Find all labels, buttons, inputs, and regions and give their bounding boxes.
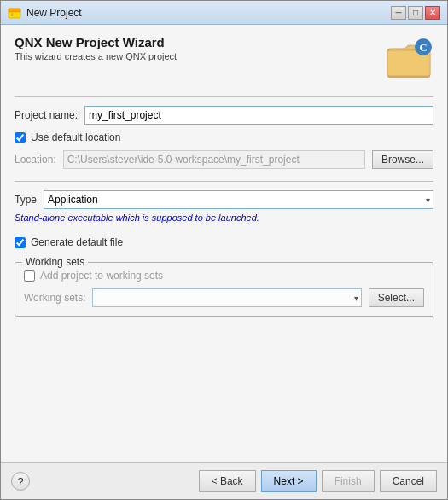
generate-default-file-row: Generate default file bbox=[15, 236, 433, 248]
working-sets-group-title: Working sets bbox=[22, 256, 88, 268]
folder-icon: C bbox=[386, 35, 433, 79]
project-name-label: Project name: bbox=[15, 109, 78, 121]
dialog-content: QNX New Project Wizard This wizard creat… bbox=[1, 25, 447, 462]
working-sets-row: Working sets: ▾ Select... bbox=[24, 288, 424, 307]
working-sets-group: Working sets Add project to working sets… bbox=[15, 262, 433, 317]
header-text: QNX New Project Wizard This wizard creat… bbox=[15, 35, 177, 61]
minimize-button[interactable]: ─ bbox=[391, 6, 406, 20]
browse-button[interactable]: Browse... bbox=[372, 150, 433, 169]
type-select[interactable]: Application Library Other bbox=[44, 190, 433, 209]
type-description: Stand-alone executable which is supposed… bbox=[15, 212, 433, 223]
help-button[interactable]: ? bbox=[11, 472, 30, 491]
location-input[interactable] bbox=[63, 150, 365, 169]
window-controls: ─ □ ✕ bbox=[391, 6, 440, 20]
working-sets-select-wrapper: ▾ bbox=[92, 288, 361, 307]
header-divider bbox=[15, 96, 433, 97]
wizard-subtitle: This wizard creates a new QNX project bbox=[15, 51, 177, 61]
add-to-working-sets-checkbox[interactable] bbox=[24, 270, 35, 282]
wizard-header: QNX New Project Wizard This wizard creat… bbox=[15, 35, 433, 79]
working-sets-label: Working sets: bbox=[24, 292, 85, 304]
back-button[interactable]: < Back bbox=[199, 470, 256, 492]
new-project-dialog: + New Project ─ □ ✕ QNX New Project Wiza… bbox=[0, 0, 448, 500]
svg-text:C: C bbox=[419, 41, 427, 54]
project-name-input[interactable] bbox=[84, 106, 433, 125]
window-icon: + bbox=[8, 6, 21, 20]
wizard-title: QNX New Project Wizard bbox=[15, 35, 177, 49]
add-to-working-sets-label[interactable]: Add project to working sets bbox=[40, 270, 163, 282]
cancel-button[interactable]: Cancel bbox=[380, 470, 437, 492]
project-name-row: Project name: bbox=[15, 106, 433, 125]
window-title: New Project bbox=[26, 7, 386, 19]
section-divider bbox=[15, 181, 433, 182]
type-section: Type Application Library Other ▾ Stand-a… bbox=[15, 190, 433, 230]
use-default-location-row: Use default location bbox=[15, 131, 433, 143]
type-select-wrapper: Application Library Other ▾ bbox=[44, 190, 433, 209]
finish-button[interactable]: Finish bbox=[322, 470, 375, 492]
title-bar: + New Project ─ □ ✕ bbox=[1, 1, 447, 25]
type-row: Type Application Library Other ▾ bbox=[15, 190, 433, 209]
wizard-icon: C bbox=[386, 35, 433, 79]
type-label: Type bbox=[15, 194, 37, 206]
location-row: Location: Browse... bbox=[15, 150, 433, 169]
use-default-location-label[interactable]: Use default location bbox=[31, 131, 120, 143]
location-label: Location: bbox=[15, 154, 56, 166]
select-working-sets-button[interactable]: Select... bbox=[369, 288, 424, 307]
maximize-button[interactable]: □ bbox=[408, 6, 423, 20]
add-to-working-sets-row: Add project to working sets bbox=[24, 270, 424, 282]
close-button[interactable]: ✕ bbox=[425, 6, 440, 20]
generate-default-file-label[interactable]: Generate default file bbox=[31, 236, 123, 248]
generate-default-file-checkbox[interactable] bbox=[15, 237, 26, 248]
svg-text:+: + bbox=[10, 12, 14, 18]
working-sets-select[interactable] bbox=[92, 288, 361, 307]
next-button[interactable]: Next > bbox=[261, 470, 317, 492]
bottom-bar: ? < Back Next > Finish Cancel bbox=[1, 462, 447, 499]
use-default-location-checkbox[interactable] bbox=[15, 132, 26, 143]
